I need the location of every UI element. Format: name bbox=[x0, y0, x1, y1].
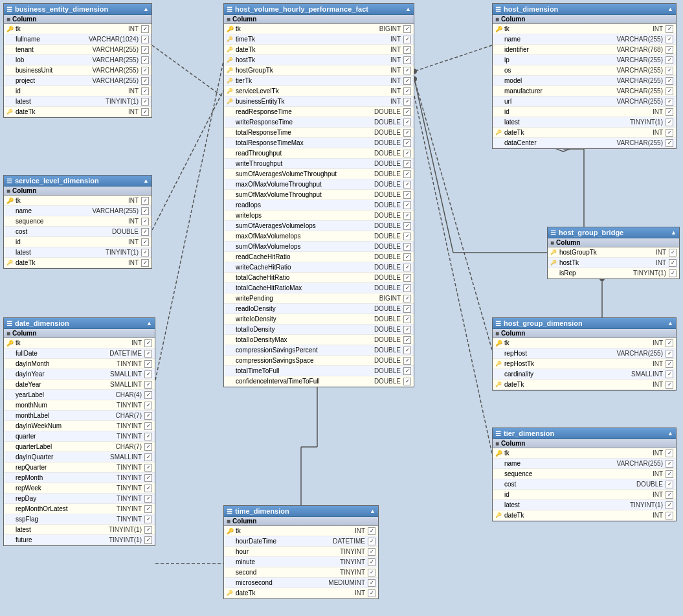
column-checkbox[interactable] bbox=[141, 98, 149, 106]
column-checkbox[interactable] bbox=[669, 269, 677, 277]
column-checkbox[interactable] bbox=[144, 391, 152, 399]
table-row[interactable]: 🔑tierTkINT bbox=[224, 76, 414, 86]
table-header-host_group_bridge[interactable]: ☰host_group_bridge▲ bbox=[548, 227, 679, 238]
table-row[interactable]: totalCacheHitRatioMaxDOUBLE bbox=[224, 283, 414, 293]
table-row[interactable]: 🔑tkINT bbox=[493, 338, 676, 348]
table-row[interactable]: writeResponseTimeDOUBLE bbox=[224, 117, 414, 128]
column-checkbox[interactable] bbox=[144, 433, 152, 440]
table-row[interactable]: nameVARCHAR(255) bbox=[493, 34, 676, 45]
table-row[interactable]: costDOUBLE bbox=[4, 227, 151, 237]
column-checkbox[interactable] bbox=[666, 481, 673, 488]
table-row[interactable]: latestTINYINT(1) bbox=[4, 97, 151, 107]
table-row[interactable]: compressionSavingsPercentDOUBLE bbox=[224, 345, 414, 356]
column-checkbox[interactable] bbox=[141, 87, 149, 95]
column-checkbox[interactable] bbox=[666, 450, 673, 457]
table-row[interactable]: sumOfAveragesVolumeIopsDOUBLE bbox=[224, 221, 414, 231]
table-row[interactable]: idINT bbox=[493, 490, 676, 500]
column-checkbox[interactable] bbox=[403, 150, 411, 157]
column-checkbox[interactable] bbox=[144, 381, 152, 389]
table-row[interactable]: 🔑tkINT bbox=[224, 526, 378, 536]
table-header-date_dimension[interactable]: ☰date_dimension▲ bbox=[4, 318, 155, 329]
column-checkbox[interactable] bbox=[666, 129, 673, 137]
column-checkbox[interactable] bbox=[403, 357, 411, 365]
column-checkbox[interactable] bbox=[403, 191, 411, 199]
table-row[interactable]: maxOfMaxVolumeThroughputDOUBLE bbox=[224, 179, 414, 190]
column-checkbox[interactable] bbox=[666, 46, 673, 54]
collapse-icon[interactable]: ▲ bbox=[667, 430, 673, 437]
table-row[interactable]: repDayTINYINT bbox=[4, 494, 155, 504]
table-row[interactable]: 🔑timeTkINT bbox=[224, 34, 414, 45]
table-row[interactable]: 🔑tkINT bbox=[493, 448, 676, 459]
column-checkbox[interactable] bbox=[666, 36, 673, 43]
column-checkbox[interactable] bbox=[666, 339, 673, 347]
column-checkbox[interactable] bbox=[666, 460, 673, 468]
column-checkbox[interactable] bbox=[144, 474, 152, 482]
table-row[interactable]: 🔑hostTkINT bbox=[224, 55, 414, 65]
table-row[interactable]: latestTINYINT(1) bbox=[493, 117, 676, 128]
column-checkbox[interactable] bbox=[368, 527, 375, 535]
column-checkbox[interactable] bbox=[368, 558, 375, 566]
table-row[interactable]: 🔑dateTkINT bbox=[4, 258, 151, 268]
column-checkbox[interactable] bbox=[669, 259, 677, 267]
column-checkbox[interactable] bbox=[403, 284, 411, 292]
table-row[interactable]: dayInYearSMALLINT bbox=[4, 369, 155, 380]
table-row[interactable]: nameVARCHAR(255) bbox=[4, 206, 151, 216]
column-checkbox[interactable] bbox=[666, 108, 673, 116]
column-checkbox[interactable] bbox=[666, 119, 673, 126]
table-row[interactable]: costDOUBLE bbox=[493, 479, 676, 490]
table-row[interactable]: sumOfMaxVolumeIopsDOUBLE bbox=[224, 242, 414, 252]
table-row[interactable]: 🔑dateTkINT bbox=[4, 107, 151, 117]
column-checkbox[interactable] bbox=[403, 253, 411, 261]
table-row[interactable]: 🔑businessEntityTkINT bbox=[224, 97, 414, 107]
column-checkbox[interactable] bbox=[141, 46, 149, 54]
table-row[interactable]: totalIoDensityMaxDOUBLE bbox=[224, 335, 414, 345]
table-row[interactable]: compressionSavingsSpaceDOUBLE bbox=[224, 356, 414, 366]
column-checkbox[interactable] bbox=[141, 108, 149, 116]
column-checkbox[interactable] bbox=[144, 485, 152, 492]
table-row[interactable]: 🔑tkINT bbox=[4, 196, 151, 206]
collapse-icon[interactable]: ▲ bbox=[671, 229, 677, 236]
table-row[interactable]: modelVARCHAR(255) bbox=[493, 76, 676, 86]
table-row[interactable]: quarterLabelCHAR(7) bbox=[4, 442, 155, 452]
column-checkbox[interactable] bbox=[669, 249, 677, 257]
table-row[interactable]: sumOfMaxVolumeThroughputDOUBLE bbox=[224, 190, 414, 200]
table-row[interactable]: 🔑tkINT bbox=[4, 24, 151, 34]
column-checkbox[interactable] bbox=[141, 259, 149, 267]
column-checkbox[interactable] bbox=[403, 160, 411, 168]
table-row[interactable]: 🔑dateTkINT bbox=[493, 510, 676, 521]
table-header-host_dimension[interactable]: ☰host_dimension▲ bbox=[493, 4, 676, 15]
table-row[interactable]: totalCacheHitRatioDOUBLE bbox=[224, 273, 414, 283]
table-row[interactable]: sumOfAveragesVolumeThroughputDOUBLE bbox=[224, 169, 414, 179]
table-row[interactable]: 🔑hostTkINT bbox=[548, 258, 679, 268]
table-row[interactable]: repMonthOrLatestTINYINT bbox=[4, 504, 155, 514]
column-checkbox[interactable] bbox=[141, 67, 149, 74]
column-checkbox[interactable] bbox=[144, 505, 152, 513]
column-checkbox[interactable] bbox=[403, 222, 411, 230]
column-checkbox[interactable] bbox=[144, 443, 152, 451]
column-checkbox[interactable] bbox=[666, 512, 673, 519]
table-row[interactable]: minuteTINYINT bbox=[224, 557, 378, 567]
table-header-host_volume_hourly_performance_fact[interactable]: ☰host_volume_hourly_performance_fact▲ bbox=[224, 4, 414, 15]
column-checkbox[interactable] bbox=[403, 181, 411, 188]
table-row[interactable]: repHostVARCHAR(255) bbox=[493, 348, 676, 359]
column-checkbox[interactable] bbox=[141, 238, 149, 246]
table-row[interactable]: totalIoDensityDOUBLE bbox=[224, 325, 414, 335]
table-row[interactable]: 🔑repHostTkINT bbox=[493, 359, 676, 369]
table-row[interactable]: latestTINYINT(1) bbox=[493, 500, 676, 510]
table-row[interactable]: sequenceINT bbox=[4, 216, 151, 227]
column-checkbox[interactable] bbox=[666, 67, 673, 74]
collapse-icon[interactable]: ▲ bbox=[667, 6, 673, 12]
table-row[interactable]: totalResponseTimeDOUBLE bbox=[224, 128, 414, 138]
column-checkbox[interactable] bbox=[403, 212, 411, 220]
table-row[interactable]: sspFlagTINYINT bbox=[4, 514, 155, 525]
column-checkbox[interactable] bbox=[144, 360, 152, 368]
column-checkbox[interactable] bbox=[403, 201, 411, 209]
table-row[interactable]: secondTINYINT bbox=[224, 567, 378, 578]
table-row[interactable]: latestTINYINT(1) bbox=[4, 525, 155, 535]
table-row[interactable]: writeIopsDOUBLE bbox=[224, 211, 414, 221]
column-checkbox[interactable] bbox=[403, 46, 411, 54]
table-row[interactable]: isRepTINYINT(1) bbox=[548, 268, 679, 279]
table-row[interactable]: microsecondMEDIUMINT bbox=[224, 578, 378, 588]
column-checkbox[interactable] bbox=[141, 56, 149, 64]
collapse-icon[interactable]: ▲ bbox=[405, 6, 411, 12]
